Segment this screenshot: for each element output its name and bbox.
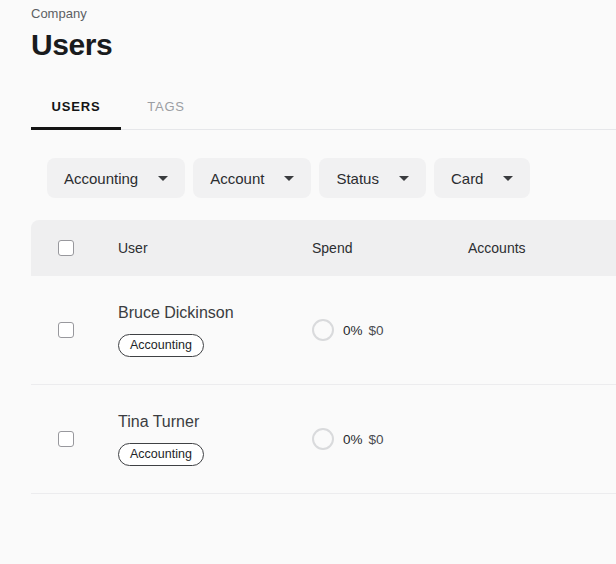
user-tag-badge[interactable]: Accounting xyxy=(118,443,204,466)
spend-amount: $0 xyxy=(369,323,384,338)
column-header-user: User xyxy=(118,240,312,256)
user-tag-badge[interactable]: Accounting xyxy=(118,334,204,357)
table-header: User Spend Accounts xyxy=(31,220,616,276)
spend-amount: $0 xyxy=(369,432,384,447)
filter-bar: Accounting Account Status Card xyxy=(47,158,616,198)
filter-accounting-dropdown[interactable]: Accounting xyxy=(47,158,185,198)
spend-percent: 0% xyxy=(343,323,363,338)
spend-progress-ring xyxy=(312,319,334,341)
filter-status-dropdown[interactable]: Status xyxy=(319,158,426,198)
chevron-down-icon xyxy=(158,176,168,181)
select-all-checkbox[interactable] xyxy=(58,240,74,256)
tab-users[interactable]: USERS xyxy=(31,93,121,130)
filter-account-dropdown[interactable]: Account xyxy=(193,158,311,198)
row-checkbox[interactable] xyxy=(58,431,74,447)
column-header-spend: Spend xyxy=(312,240,468,256)
user-name: Tina Turner xyxy=(118,413,199,431)
spend-progress-ring xyxy=(312,428,334,450)
filter-card-label: Card xyxy=(451,170,484,187)
table-row[interactable]: Bruce Dickinson Accounting 0% $0 xyxy=(31,276,616,385)
filter-account-label: Account xyxy=(210,170,264,187)
column-header-accounts: Accounts xyxy=(468,240,616,256)
filter-card-dropdown[interactable]: Card xyxy=(434,158,531,198)
tab-bar: USERS TAGS xyxy=(31,93,616,130)
chevron-down-icon xyxy=(503,176,513,181)
page-title: Users xyxy=(0,28,616,62)
users-table: User Spend Accounts Bruce Dickinson Acco… xyxy=(31,220,616,494)
filter-status-label: Status xyxy=(336,170,379,187)
filter-accounting-label: Accounting xyxy=(64,170,138,187)
tab-tags[interactable]: TAGS xyxy=(121,93,211,130)
chevron-down-icon xyxy=(399,176,409,181)
row-checkbox[interactable] xyxy=(58,322,74,338)
table-row[interactable]: Tina Turner Accounting 0% $0 xyxy=(31,385,616,494)
chevron-down-icon xyxy=(284,176,294,181)
spend-percent: 0% xyxy=(343,432,363,447)
breadcrumb[interactable]: Company xyxy=(0,0,87,21)
user-name: Bruce Dickinson xyxy=(118,304,234,322)
